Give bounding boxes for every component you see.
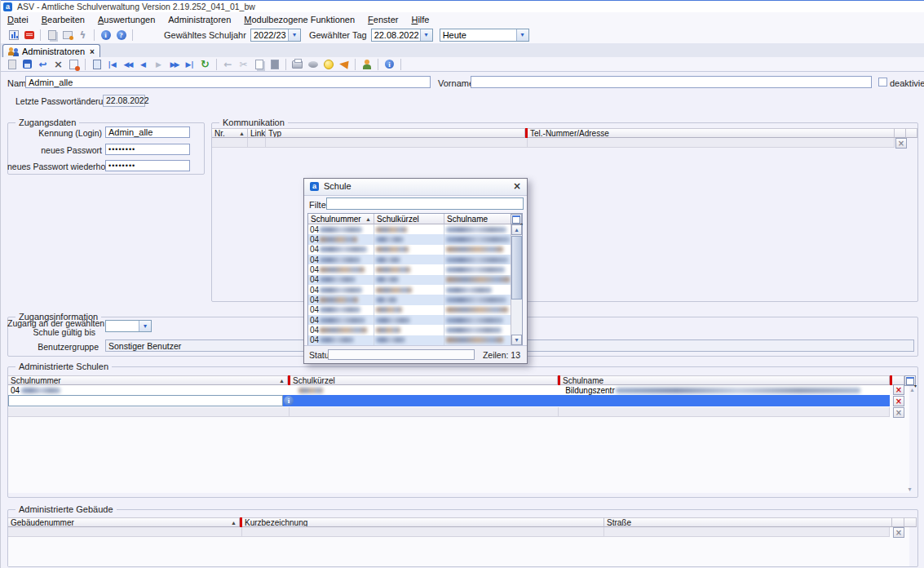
chevron-down-icon[interactable]: ▾ (420, 29, 432, 41)
gueltig-bis-select[interactable]: ▾ (105, 320, 152, 332)
scroll-up-icon[interactable]: ▴ (907, 385, 917, 394)
schulnummer-edit-input[interactable] (8, 395, 283, 406)
col-gebaeudenummer[interactable]: Gebäudenummer▲ (8, 517, 240, 527)
admin-gebaeude-empty-cell[interactable] (242, 527, 604, 537)
col-schulnummer[interactable]: Schulnummer▲ (308, 214, 374, 224)
neues-passwort-input[interactable]: •••••••• (105, 144, 190, 155)
schule-row[interactable]: 04 (308, 325, 512, 335)
hint-icon[interactable] (321, 58, 336, 70)
new-window-icon[interactable] (60, 29, 75, 41)
first-record-icon[interactable]: |◀ (104, 58, 120, 70)
schuljahr-select[interactable]: 2022/23▾ (250, 29, 301, 42)
schule-row[interactable]: 04 (308, 275, 512, 285)
filter-input[interactable] (326, 197, 524, 210)
schule-row[interactable]: 04 (308, 295, 512, 304)
passwort-wiederholen-input[interactable]: •••••••• (105, 160, 190, 171)
info-icon[interactable]: i (98, 29, 113, 41)
schule-row[interactable]: 04 (308, 224, 512, 234)
schule-row[interactable]: 04 (308, 255, 512, 264)
menu-item-modulbezogene-funktionen[interactable]: Modulbezogene Funktionen (237, 15, 361, 24)
fast-back-icon[interactable]: ◀◀ (120, 58, 135, 70)
col-schulkuerzel[interactable]: Schulkürzel (374, 214, 444, 224)
delete-record-icon[interactable]: × (51, 58, 66, 70)
filter-icon[interactable] (336, 58, 351, 70)
schule-row[interactable]: 04 (308, 264, 512, 274)
col-nr[interactable]: Nr.▲ (212, 128, 248, 138)
prev-record-icon[interactable]: ◀ (135, 58, 151, 70)
chevron-down-icon[interactable]: ▾ (288, 29, 300, 41)
dialog-close-icon[interactable]: × (513, 180, 521, 192)
admin-schulen-empty-cell[interactable] (290, 407, 559, 417)
col-schulname[interactable]: Schulname (444, 214, 512, 224)
delete-row-button[interactable]: × (895, 138, 907, 149)
deaktiviert-checkbox[interactable] (878, 78, 887, 87)
chevron-down-icon[interactable]: ▾ (516, 29, 528, 41)
delete-row-button[interactable]: × (893, 407, 904, 418)
fast-forward-icon[interactable]: ▶▶ (166, 58, 182, 70)
paste-icon[interactable] (267, 58, 282, 70)
undo-icon[interactable]: ↩ (35, 58, 51, 70)
schule-row[interactable]: 04 (308, 335, 512, 345)
schule-row[interactable]: 04 (308, 285, 512, 295)
column-picker-button[interactable] (511, 214, 522, 224)
print-icon[interactable] (290, 58, 305, 70)
admin-schulen-empty-cell[interactable] (8, 407, 290, 417)
tab-administratoren[interactable]: Administratoren × (2, 44, 100, 58)
delete-row-button[interactable]: × (893, 396, 904, 406)
edit-form-icon[interactable] (66, 58, 82, 70)
menu-item-datei[interactable]: Datei (1, 15, 35, 24)
schule-row[interactable]: 04 (308, 315, 512, 325)
chevron-down-icon[interactable]: ▾ (139, 321, 151, 331)
last-record-icon[interactable]: ▶| (182, 58, 197, 70)
user-icon[interactable] (359, 58, 374, 70)
next-record-icon[interactable]: ▶ (151, 58, 166, 70)
kommunikation-empty-cell[interactable] (212, 138, 248, 148)
schule-row[interactable]: 04 (308, 245, 512, 255)
kennung-input[interactable] (105, 126, 190, 138)
schule-row[interactable]: 04 (308, 305, 512, 315)
scroll-down-icon[interactable]: ▾ (904, 485, 915, 494)
back-icon[interactable]: ← (220, 58, 236, 70)
name-input[interactable] (25, 76, 431, 88)
delete-row-button[interactable]: × (893, 527, 904, 538)
admin-schulen-empty-cell[interactable] (559, 407, 890, 417)
reports-icon[interactable] (6, 29, 21, 41)
record-list-icon[interactable] (89, 58, 104, 70)
col-strasse[interactable]: Straße (604, 517, 892, 527)
tag-select[interactable]: 22.08.2022▾ (371, 29, 433, 42)
kommunikation-empty-cell[interactable] (266, 138, 528, 148)
admin-gebaeude-empty-cell[interactable] (8, 527, 242, 537)
help2-icon[interactable]: i (382, 58, 397, 70)
delete-row-button[interactable]: × (893, 384, 904, 395)
admin-gebaeude-empty-cell[interactable] (604, 527, 890, 537)
save-icon[interactable] (20, 58, 35, 70)
col-link[interactable]: Link (248, 128, 266, 138)
col-schulnummer[interactable]: Schulnummer▲ (8, 375, 288, 385)
help-icon[interactable]: ? (113, 29, 129, 41)
vorname-input[interactable] (471, 76, 872, 88)
col-kurzbezeichnung[interactable]: Kurzbezeichnung (242, 517, 604, 527)
heute-select[interactable]: Heute▾ (440, 29, 529, 42)
preview-icon[interactable] (305, 58, 321, 70)
schule-table-scrollbar[interactable]: ▴ ▾ (511, 224, 522, 345)
cut-icon[interactable]: ✂ (236, 58, 251, 70)
quick-action-icon[interactable]: ϟ (75, 29, 91, 41)
kommunikation-empty-cell[interactable] (248, 138, 266, 148)
dialog-title-bar[interactable]: a Schule × (304, 179, 527, 196)
schule-row[interactable]: 04 (308, 234, 512, 244)
refresh-icon[interactable]: ↻ (197, 58, 213, 70)
col-tel[interactable]: Tel.-Nummer/Adresse (528, 128, 895, 138)
scrollbar-thumb[interactable] (511, 236, 522, 300)
col-schulname[interactable]: Schulname (560, 375, 890, 385)
kommunikation-empty-cell[interactable] (528, 138, 895, 148)
scroll-down-icon[interactable]: ▾ (511, 335, 522, 345)
menu-item-auswertungen[interactable]: Auswertungen (91, 15, 161, 24)
new-record-icon[interactable] (4, 58, 20, 70)
col-schulkuerzel[interactable]: Schulkürzel (290, 375, 558, 385)
menu-item-hilfe[interactable]: Hilfe (405, 15, 435, 24)
copy-icon[interactable] (251, 58, 267, 70)
menu-item-bearbeiten[interactable]: Bearbeiten (35, 15, 91, 24)
messages-icon[interactable] (21, 29, 37, 41)
copy-module-icon[interactable] (44, 29, 60, 41)
col-typ[interactable]: Typ (266, 128, 525, 138)
